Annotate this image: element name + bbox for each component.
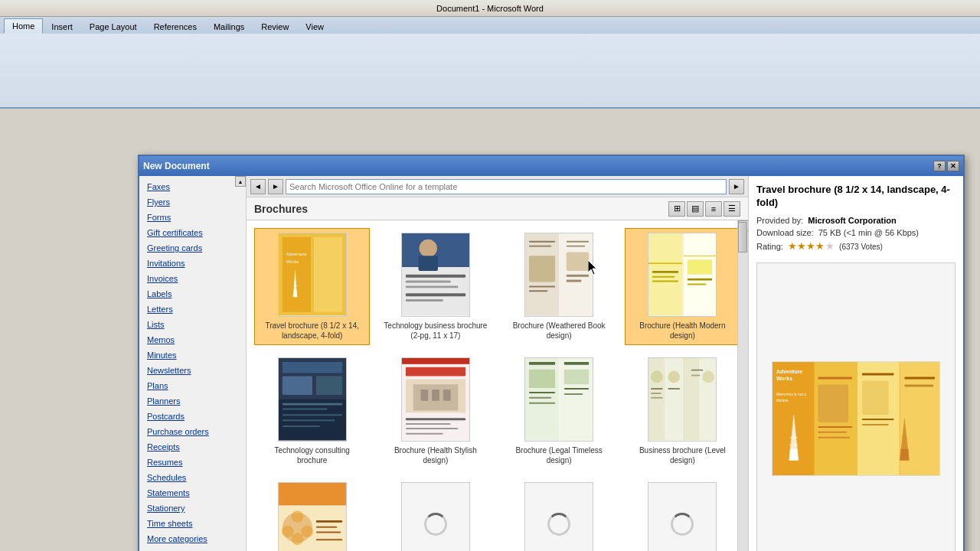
dialog-close-button[interactable]: ✕ (947, 161, 959, 171)
tab-page-layout[interactable]: Page Layout (81, 19, 145, 34)
preview-download-size: Download size: 75 KB (<1 min @ 56 Kbps) (756, 228, 956, 237)
loading-spinner-professional (547, 513, 570, 536)
brochure-label-travel: Travel brochure (8 1/2 x 14, landscape, … (259, 321, 365, 341)
brochure-item-professional-services[interactable]: Professional services (501, 478, 617, 551)
svg-rect-73 (564, 388, 589, 390)
svg-point-95 (291, 533, 303, 546)
sidebar-item-labels[interactable]: Labels (139, 286, 246, 302)
brochures-section-title: Brochures (254, 203, 308, 215)
sidebar-item-purchase-orders[interactable]: Purchase orders (139, 424, 246, 439)
svg-rect-27 (567, 253, 589, 271)
svg-rect-23 (529, 286, 555, 288)
sidebar-item-receipts[interactable]: Receipts (139, 439, 246, 455)
sidebar-item-letters[interactable]: Letters (139, 302, 246, 317)
brochure-item-travel[interactable]: Adventure Works Travel brochure (8 1/2 x (254, 228, 370, 345)
tab-references[interactable]: References (145, 19, 205, 34)
svg-rect-125 (904, 385, 933, 387)
sidebar-item-more-categories[interactable]: More categories (139, 531, 246, 546)
sidebar-item-postcards[interactable]: Postcards (139, 409, 246, 424)
svg-rect-67 (529, 370, 555, 388)
view-button-2[interactable]: ▤ (687, 201, 704, 217)
dialog-titlebar: New Document ? ✕ (139, 156, 963, 176)
sidebar-item-minutes[interactable]: Minutes (139, 347, 246, 363)
sidebar-item-forms[interactable]: Forms (139, 210, 246, 225)
provided-by-value: Microsoft Corporation (808, 216, 897, 225)
preview-rating: Rating: ★★★★★ (6373 Votes) (756, 240, 956, 252)
tab-home[interactable]: Home (4, 18, 43, 34)
svg-rect-37 (652, 281, 678, 282)
sidebar: ▲ Faxes Flyers Forms Gift certificates G… (139, 176, 247, 551)
brochure-label-legal-timeless: Brochure (Legal Timeless design) (506, 445, 612, 465)
sidebar-item-flyers[interactable]: Flyers (139, 194, 246, 210)
sidebar-item-gift-certificates[interactable]: Gift certificates (139, 225, 246, 240)
tab-review[interactable]: Review (253, 19, 297, 34)
sidebar-item-plans[interactable]: Plans (139, 378, 246, 393)
view-button-3[interactable]: ≡ (705, 201, 722, 217)
search-input[interactable] (286, 179, 727, 194)
sidebar-item-lists[interactable]: Lists (139, 317, 246, 332)
brochure-item-business-half[interactable]: Business brochure (8 1/2... (254, 478, 370, 551)
dialog-help-button[interactable]: ? (933, 161, 946, 171)
sidebar-item-resumes[interactable]: Resumes (139, 455, 246, 470)
sidebar-item-faxes[interactable]: Faxes (139, 179, 246, 194)
sidebar-item-stationery[interactable]: Stationery (139, 500, 246, 516)
sidebar-item-memos[interactable]: Memos (139, 332, 246, 347)
brochure-item-legal-timeless[interactable]: Brochure (Legal Timeless design) (501, 353, 617, 470)
svg-rect-70 (529, 403, 555, 404)
preview-image-container: Adventure Works Memories is not a lifeti… (756, 262, 956, 551)
svg-rect-66 (529, 362, 555, 365)
sidebar-item-greeting-cards[interactable]: Greeting cards (139, 240, 246, 256)
svg-rect-77 (666, 358, 683, 441)
svg-rect-29 (567, 280, 582, 282)
view-button-4[interactable]: ☰ (724, 201, 740, 217)
sidebar-item-invoices[interactable]: Invoices (139, 271, 246, 286)
svg-rect-116 (818, 385, 848, 423)
svg-rect-46 (283, 403, 342, 406)
brochure-item-tech-business[interactable]: Technology business brochure (2-pg, 11 x… (377, 228, 493, 345)
ribbon-tabs: Home Insert Page Layout References Maili… (0, 17, 980, 34)
preview-title: Travel brochure (8 1/2 x 14, landscape, … (756, 184, 956, 210)
brochure-thumb-health-modern (648, 233, 717, 317)
search-forward-button[interactable]: ► (268, 179, 283, 194)
tab-mailings[interactable]: Mailings (205, 19, 253, 34)
sidebar-item-invitations[interactable]: Invitations (139, 256, 246, 271)
search-go-button[interactable]: ► (729, 179, 744, 194)
brochure-item-business-level[interactable]: Business brochure (Level design) (625, 353, 740, 470)
svg-rect-25 (567, 241, 589, 243)
sidebar-scroll-up-button[interactable]: ▲ (235, 176, 246, 187)
tab-insert[interactable]: Insert (43, 19, 81, 34)
brochure-item-weathered[interactable]: Brochure (Weathered Book design) (501, 228, 617, 345)
svg-marker-114 (900, 449, 909, 461)
brochure-item-health-stylish[interactable]: Brochure (Health Stylish design) (377, 353, 493, 470)
view-button-1[interactable]: ⊞ (668, 201, 685, 217)
svg-rect-119 (818, 437, 850, 439)
preview-provided-by: Provided by: Microsoft Corporation (756, 216, 956, 225)
brochure-label-tech-consulting: Technology consulting brochure (259, 445, 365, 465)
tab-view[interactable]: View (297, 19, 332, 34)
svg-rect-59 (406, 418, 466, 420)
svg-rect-120 (862, 373, 894, 376)
brochure-item-event-marketing[interactable]: Event marketing (377, 478, 493, 551)
brochure-thumb-tech-business (401, 233, 470, 317)
scrollbar-thumb[interactable] (738, 222, 747, 253)
provided-by-label: Provided by: (756, 216, 803, 225)
svg-rect-21 (529, 246, 551, 247)
svg-rect-48 (283, 415, 342, 416)
brochure-label-health-stylish: Brochure (Health Stylish design) (382, 445, 488, 465)
sidebar-item-time-sheets[interactable]: Time sheets (139, 516, 246, 531)
search-back-button[interactable]: ◄ (250, 179, 266, 194)
brochure-item-business-marketing[interactable]: Business marketing (625, 478, 740, 551)
svg-rect-1 (283, 237, 311, 312)
brochure-item-health-modern[interactable]: Brochure (Health Modern design) (625, 228, 740, 345)
brochure-thumb-legal-timeless (524, 357, 593, 442)
loading-spinner-event (424, 513, 447, 536)
svg-rect-45 (316, 377, 342, 395)
sidebar-item-newsletters[interactable]: Newsletters (139, 363, 246, 378)
sidebar-item-schedules[interactable]: Schedules (139, 470, 246, 485)
sidebar-item-planners[interactable]: Planners (139, 393, 246, 409)
svg-rect-39 (688, 279, 712, 281)
sidebar-item-statements[interactable]: Statements (139, 485, 246, 500)
brochure-item-tech-consulting[interactable]: Technology consulting brochure (254, 353, 370, 470)
svg-rect-82 (651, 393, 662, 394)
svg-point-94 (301, 526, 313, 538)
